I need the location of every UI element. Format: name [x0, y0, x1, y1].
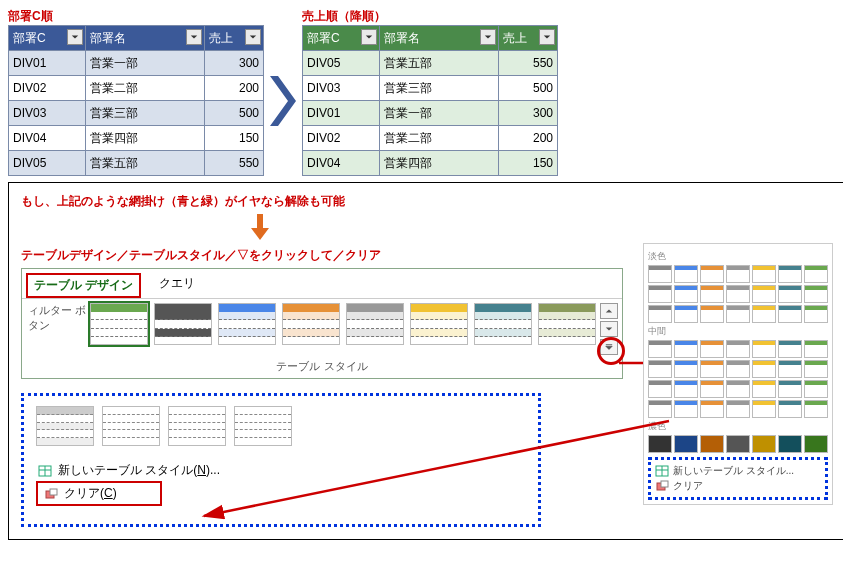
- filter-dropdown-icon[interactable]: [480, 29, 496, 45]
- gallery-thumb[interactable]: [674, 400, 698, 418]
- cell[interactable]: 営業二部: [380, 126, 499, 151]
- gallery-thumb[interactable]: [726, 305, 750, 323]
- cell[interactable]: 200: [205, 76, 264, 101]
- gallery-thumb[interactable]: [778, 305, 802, 323]
- cell[interactable]: DIV05: [9, 151, 86, 176]
- gallery-thumb[interactable]: [804, 360, 828, 378]
- gallery-thumb[interactable]: [804, 285, 828, 303]
- gallery-thumb[interactable]: [700, 305, 724, 323]
- cell[interactable]: 営業一部: [380, 101, 499, 126]
- style-thumb-blue[interactable]: [218, 303, 276, 345]
- cell[interactable]: 550: [499, 51, 558, 76]
- scroll-down-icon[interactable]: [600, 321, 618, 337]
- cell[interactable]: 営業四部: [86, 126, 205, 151]
- gallery-thumb[interactable]: [648, 360, 672, 378]
- styles-gallery[interactable]: 淡色 中間 濃色 新しいテーブル スタイル... クリア: [643, 243, 833, 505]
- cell[interactable]: 550: [205, 151, 264, 176]
- menu-new-table-style[interactable]: 新しいテーブル スタイル(N)...: [36, 460, 526, 481]
- tab-query[interactable]: クエリ: [153, 273, 201, 298]
- gallery-thumb[interactable]: [674, 340, 698, 358]
- style-thumb-orange[interactable]: [282, 303, 340, 345]
- gallery-thumb[interactable]: [804, 305, 828, 323]
- gallery-thumb[interactable]: [700, 285, 724, 303]
- gallery-thumb[interactable]: [778, 380, 802, 398]
- tab-table-design[interactable]: テーブル デザイン: [26, 273, 141, 298]
- gallery-thumb[interactable]: [674, 380, 698, 398]
- cell[interactable]: 営業三部: [380, 76, 499, 101]
- gallery-thumb[interactable]: [804, 435, 828, 453]
- gallery-thumb[interactable]: [804, 400, 828, 418]
- cell[interactable]: 300: [499, 101, 558, 126]
- gallery-thumb[interactable]: [648, 265, 672, 283]
- cell[interactable]: 営業一部: [86, 51, 205, 76]
- gallery-thumb[interactable]: [804, 340, 828, 358]
- gallery-thumb[interactable]: [648, 340, 672, 358]
- style-thumb-dark-grey[interactable]: [154, 303, 212, 345]
- style-none-thumb[interactable]: [36, 406, 94, 446]
- gallery-thumb[interactable]: [778, 400, 802, 418]
- cell[interactable]: DIV01: [303, 101, 380, 126]
- gallery-thumb[interactable]: [674, 285, 698, 303]
- cell[interactable]: 営業四部: [380, 151, 499, 176]
- cell[interactable]: DIV02: [303, 126, 380, 151]
- gallery-thumb[interactable]: [778, 285, 802, 303]
- gallery-thumb[interactable]: [778, 360, 802, 378]
- cell[interactable]: DIV04: [303, 151, 380, 176]
- gallery-thumb[interactable]: [700, 400, 724, 418]
- filter-dropdown-icon[interactable]: [67, 29, 83, 45]
- filter-dropdown-icon[interactable]: [186, 29, 202, 45]
- cell[interactable]: 営業五部: [86, 151, 205, 176]
- gallery-thumb[interactable]: [804, 265, 828, 283]
- cell[interactable]: 営業三部: [86, 101, 205, 126]
- gallery-thumb[interactable]: [700, 380, 724, 398]
- cell[interactable]: 営業五部: [380, 51, 499, 76]
- gallery-thumb[interactable]: [700, 265, 724, 283]
- cell[interactable]: DIV01: [9, 51, 86, 76]
- scroll-up-icon[interactable]: [600, 303, 618, 319]
- filter-dropdown-icon[interactable]: [245, 29, 261, 45]
- gallery-thumb[interactable]: [648, 305, 672, 323]
- cell[interactable]: 150: [499, 151, 558, 176]
- gallery-thumb[interactable]: [752, 305, 776, 323]
- gallery-thumb[interactable]: [648, 400, 672, 418]
- cell[interactable]: DIV04: [9, 126, 86, 151]
- style-thumb-teal[interactable]: [474, 303, 532, 345]
- gallery-thumb[interactable]: [804, 380, 828, 398]
- cell[interactable]: DIV03: [9, 101, 86, 126]
- gallery-thumb[interactable]: [726, 265, 750, 283]
- gallery-thumb[interactable]: [726, 435, 750, 453]
- gallery-thumb[interactable]: [752, 285, 776, 303]
- filter-dropdown-icon[interactable]: [539, 29, 555, 45]
- menu-clear[interactable]: クリア(C): [36, 481, 162, 506]
- gallery-thumb[interactable]: [752, 380, 776, 398]
- style-thumb-yellow[interactable]: [410, 303, 468, 345]
- gallery-thumb[interactable]: [752, 360, 776, 378]
- gallery-thumb[interactable]: [648, 435, 672, 453]
- gallery-new-style[interactable]: 新しいテーブル スタイル...: [655, 464, 821, 478]
- gallery-clear[interactable]: クリア: [655, 479, 821, 493]
- gallery-thumb[interactable]: [674, 360, 698, 378]
- gallery-thumb[interactable]: [700, 435, 724, 453]
- cell[interactable]: DIV03: [303, 76, 380, 101]
- style-none-thumb[interactable]: [168, 406, 226, 446]
- cell[interactable]: 300: [205, 51, 264, 76]
- gallery-thumb[interactable]: [778, 340, 802, 358]
- gallery-thumb[interactable]: [726, 380, 750, 398]
- cell[interactable]: DIV05: [303, 51, 380, 76]
- gallery-thumb[interactable]: [752, 435, 776, 453]
- gallery-thumb[interactable]: [648, 380, 672, 398]
- gallery-thumb[interactable]: [726, 400, 750, 418]
- cell[interactable]: 200: [499, 126, 558, 151]
- style-none-thumb[interactable]: [234, 406, 292, 446]
- gallery-thumb[interactable]: [726, 285, 750, 303]
- gallery-thumb[interactable]: [778, 435, 802, 453]
- gallery-thumb[interactable]: [726, 360, 750, 378]
- gallery-thumb[interactable]: [752, 265, 776, 283]
- cell[interactable]: 150: [205, 126, 264, 151]
- gallery-thumb[interactable]: [752, 400, 776, 418]
- style-thumb-light-green[interactable]: [90, 303, 148, 345]
- gallery-thumb[interactable]: [674, 305, 698, 323]
- gallery-thumb[interactable]: [752, 340, 776, 358]
- style-thumb-olive[interactable]: [538, 303, 596, 345]
- styles-more-dropdown-icon[interactable]: [600, 339, 618, 355]
